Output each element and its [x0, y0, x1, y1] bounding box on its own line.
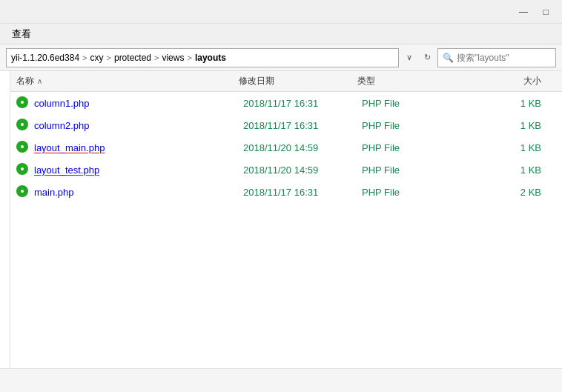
- file-size: 1 KB: [451, 165, 556, 176]
- title-bar-controls: — □: [513, 4, 556, 19]
- main-layout: 名称 ∧ 修改日期 类型 大小 column1.php2018/11/17 16…: [0, 71, 562, 368]
- file-type: PHP File: [362, 187, 451, 198]
- table-row[interactable]: column1.php2018/11/17 16:31PHP File1 KB: [10, 92, 562, 114]
- status-bar: [0, 368, 562, 392]
- file-name: column1.php: [34, 98, 243, 109]
- column-headers: 名称 ∧ 修改日期 类型 大小: [10, 71, 562, 92]
- file-date: 2018/11/20 14:59: [243, 142, 362, 153]
- path-segment-4[interactable]: layouts: [195, 53, 226, 63]
- file-list-area: 名称 ∧ 修改日期 类型 大小 column1.php2018/11/17 16…: [10, 71, 562, 368]
- file-type: PHP File: [362, 165, 451, 176]
- search-icon: 🔍: [443, 53, 454, 63]
- file-date: 2018/11/17 16:31: [243, 98, 362, 109]
- file-date: 2018/11/20 14:59: [243, 165, 362, 176]
- file-size: 1 KB: [451, 142, 556, 153]
- file-type: PHP File: [362, 98, 451, 109]
- table-row[interactable]: layout_main.php2018/11/20 14:59PHP File1…: [10, 136, 562, 159]
- refresh-button[interactable]: ↻: [420, 50, 434, 66]
- address-controls: ∨ ↻: [402, 50, 434, 66]
- file-icon: [16, 163, 30, 176]
- table-row[interactable]: main.php2018/11/17 16:31PHP File2 KB: [10, 181, 562, 203]
- file-type: PHP File: [362, 120, 451, 131]
- col-header-size[interactable]: 大小: [446, 75, 556, 87]
- file-name: layout_test.php: [34, 165, 243, 176]
- maximize-button[interactable]: □: [535, 4, 556, 19]
- path-sep-1: >: [107, 53, 111, 62]
- table-row[interactable]: layout_test.php2018/11/20 14:59PHP File1…: [10, 159, 562, 181]
- col-header-type[interactable]: 类型: [357, 75, 446, 87]
- file-icon: [16, 119, 30, 132]
- file-icon: [16, 185, 30, 199]
- menu-bar: 查看: [0, 24, 562, 44]
- col-header-name[interactable]: 名称 ∧: [16, 75, 239, 87]
- file-size: 1 KB: [451, 120, 556, 131]
- minimize-button[interactable]: —: [513, 4, 534, 19]
- menu-item-view[interactable]: 查看: [6, 25, 37, 43]
- search-input[interactable]: [457, 53, 551, 63]
- file-type: PHP File: [362, 142, 451, 153]
- file-date: 2018/11/17 16:31: [243, 120, 362, 131]
- file-icon: [16, 141, 30, 154]
- file-name: layout_main.php: [34, 142, 243, 153]
- table-row[interactable]: column2.php2018/11/17 16:31PHP File1 KB: [10, 114, 562, 136]
- left-nav-panel: [0, 71, 10, 368]
- address-path: yii-1.1.20.6ed384 > cxy > protected > vi…: [6, 48, 399, 67]
- title-bar: — □: [0, 0, 562, 24]
- path-segment-0[interactable]: yii-1.1.20.6ed384: [11, 53, 79, 63]
- path-sep-0: >: [82, 53, 87, 62]
- col-header-date[interactable]: 修改日期: [239, 75, 357, 87]
- file-name: column2.php: [34, 120, 243, 131]
- search-box: 🔍: [437, 48, 556, 67]
- col-name-label: 名称: [16, 75, 34, 87]
- dropdown-button[interactable]: ∨: [402, 50, 417, 66]
- file-name: main.php: [34, 187, 243, 198]
- file-rows-container: column1.php2018/11/17 16:31PHP File1 KBc…: [10, 92, 562, 203]
- sort-arrow-icon: ∧: [37, 77, 42, 85]
- path-segment-1[interactable]: cxy: [90, 53, 104, 63]
- path-sep-3: >: [187, 53, 191, 62]
- path-segment-2[interactable]: protected: [114, 53, 151, 63]
- file-date: 2018/11/17 16:31: [243, 187, 362, 198]
- file-icon: [16, 96, 30, 110]
- address-bar: yii-1.1.20.6ed384 > cxy > protected > vi…: [0, 44, 562, 71]
- file-size: 1 KB: [451, 98, 556, 109]
- path-segment-3[interactable]: views: [162, 53, 184, 63]
- path-sep-2: >: [154, 53, 159, 62]
- file-size: 2 KB: [451, 187, 556, 198]
